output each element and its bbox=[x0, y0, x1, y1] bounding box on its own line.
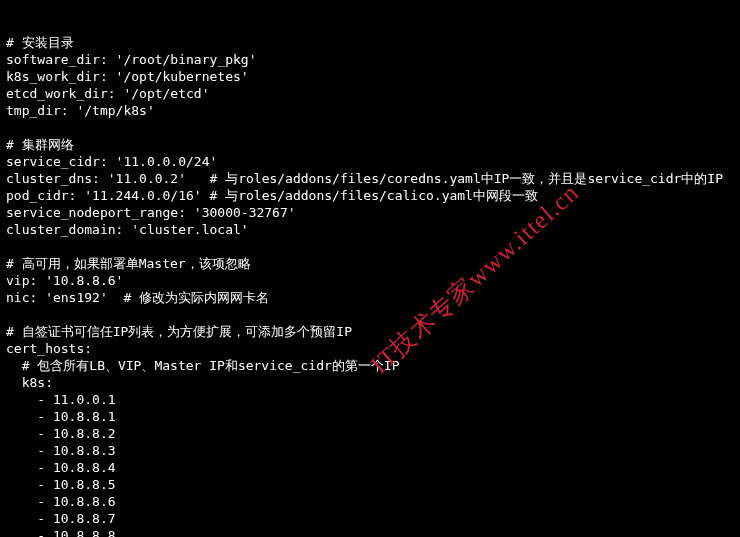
config-line: # 集群网络 bbox=[6, 136, 734, 153]
config-line: etcd_work_dir: '/opt/etcd' bbox=[6, 85, 734, 102]
terminal-output: # 安装目录software_dir: '/root/binary_pkg'k8… bbox=[0, 0, 740, 537]
config-line: - 10.8.8.3 bbox=[6, 442, 734, 459]
config-line: cluster_dns: '11.0.0.2' # 与roles/addons/… bbox=[6, 170, 734, 187]
config-line: - 10.8.8.4 bbox=[6, 459, 734, 476]
config-line: cluster_domain: 'cluster.local' bbox=[6, 221, 734, 238]
config-line: # 安装目录 bbox=[6, 34, 734, 51]
config-line: - 10.8.8.2 bbox=[6, 425, 734, 442]
config-line: k8s_work_dir: '/opt/kubernetes' bbox=[6, 68, 734, 85]
config-line: # 高可用，如果部署单Master，该项忽略 bbox=[6, 255, 734, 272]
config-line: - 10.8.8.7 bbox=[6, 510, 734, 527]
config-line: - 11.0.0.1 bbox=[6, 391, 734, 408]
config-line: - 10.8.8.6 bbox=[6, 493, 734, 510]
config-line: k8s: bbox=[6, 374, 734, 391]
config-line: nic: 'ens192' # 修改为实际内网网卡名 bbox=[6, 289, 734, 306]
config-line: # 自签证书可信任IP列表，为方便扩展，可添加多个预留IP bbox=[6, 323, 734, 340]
config-line: - 10.8.8.5 bbox=[6, 476, 734, 493]
config-line: tmp_dir: '/tmp/k8s' bbox=[6, 102, 734, 119]
config-line: cert_hosts: bbox=[6, 340, 734, 357]
config-line: software_dir: '/root/binary_pkg' bbox=[6, 51, 734, 68]
config-line bbox=[6, 119, 734, 136]
config-line: - 10.8.8.8 bbox=[6, 527, 734, 537]
config-line: pod_cidr: '11.244.0.0/16' # 与roles/addon… bbox=[6, 187, 734, 204]
config-line: vip: '10.8.8.6' bbox=[6, 272, 734, 289]
yaml-config-text: # 安装目录software_dir: '/root/binary_pkg'k8… bbox=[6, 34, 734, 537]
config-line: - 10.8.8.1 bbox=[6, 408, 734, 425]
config-line: service_nodeport_range: '30000-32767' bbox=[6, 204, 734, 221]
config-line bbox=[6, 306, 734, 323]
config-line: # 包含所有LB、VIP、Master IP和service_cidr的第一个I… bbox=[6, 357, 734, 374]
config-line: service_cidr: '11.0.0.0/24' bbox=[6, 153, 734, 170]
config-line bbox=[6, 238, 734, 255]
